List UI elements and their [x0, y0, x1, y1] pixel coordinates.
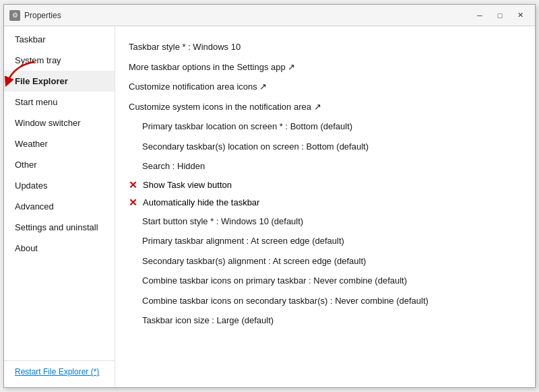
main-item-0: Taskbar style * : Windows 10	[129, 37, 521, 57]
sidebar-bottom: Restart File Explorer (*)	[4, 360, 115, 385]
main-item-7: Start button style * : Windows 10 (defau…	[129, 211, 521, 232]
main-item-show-task-view-label: Show Task view button	[143, 180, 232, 190]
main-item-4: Primary taskbar location on screen * : B…	[129, 117, 521, 137]
sidebar-item-settings-uninstall[interactable]: Settings and uninstall	[4, 217, 115, 238]
main-item-show-task-view: ✕ Show Task view button	[129, 176, 521, 194]
sidebar-item-weather[interactable]: Weather	[4, 133, 115, 154]
main-item-11: Combine taskbar icons on secondary taskb…	[129, 291, 521, 311]
sidebar-item-updates[interactable]: Updates	[4, 175, 115, 196]
main-item-5: Secondary taskbar(s) location on screen …	[129, 137, 521, 157]
main-item-10: Combine taskbar icons on primary taskbar…	[129, 271, 521, 291]
sidebar: Taskbar System tray File Explorer Start …	[4, 26, 115, 387]
main-item-9: Secondary taskbar(s) alignment : At scre…	[129, 251, 521, 271]
main-item-12: Taskbar icon size : Large (default)	[129, 311, 521, 331]
main-item-8: Primary taskbar alignment : At screen ed…	[129, 231, 521, 251]
sidebar-item-other[interactable]: Other	[4, 154, 115, 175]
title-bar: ⚙ Properties ─ □ ✕	[4, 5, 535, 26]
sidebar-item-taskbar[interactable]: Taskbar	[4, 29, 115, 50]
main-item-auto-hide-label: Automatically hide the taskbar	[143, 197, 259, 207]
sidebar-item-start-menu[interactable]: Start menu	[4, 92, 115, 112]
main-item-2: Customize notification area icons ↗	[129, 77, 521, 97]
sidebar-item-system-tray[interactable]: System tray	[4, 50, 115, 71]
main-item-1: More taskbar options in the Settings app…	[129, 57, 521, 77]
main-item-6: Search : Hidden	[129, 156, 521, 176]
main-item-3: Customize system icons in the notificati…	[129, 97, 521, 117]
sidebar-item-file-explorer[interactable]: File Explorer	[4, 71, 115, 92]
window-controls: ─ □ ✕	[470, 9, 530, 22]
sidebar-item-advanced[interactable]: Advanced	[4, 196, 115, 217]
window-title: Properties	[24, 11, 470, 20]
content-area: Taskbar System tray File Explorer Start …	[4, 26, 535, 387]
sidebar-item-window-switcher[interactable]: Window switcher	[4, 112, 115, 133]
window-icon: ⚙	[9, 10, 20, 21]
main-item-auto-hide: ✕ Automatically hide the taskbar	[129, 194, 521, 211]
restart-file-explorer-link[interactable]: Restart File Explorer (*)	[15, 367, 99, 377]
main-content: Taskbar style * : Windows 10 More taskba…	[115, 26, 535, 387]
x-mark-auto-hide: ✕	[129, 197, 137, 209]
maximize-button[interactable]: □	[490, 9, 509, 22]
close-button[interactable]: ✕	[511, 9, 530, 22]
minimize-button[interactable]: ─	[470, 9, 489, 22]
sidebar-item-about[interactable]: About	[4, 238, 115, 259]
properties-window: ⚙ Properties ─ □ ✕ Taskbar System tray F…	[3, 4, 536, 388]
x-mark-task-view: ✕	[129, 179, 137, 191]
